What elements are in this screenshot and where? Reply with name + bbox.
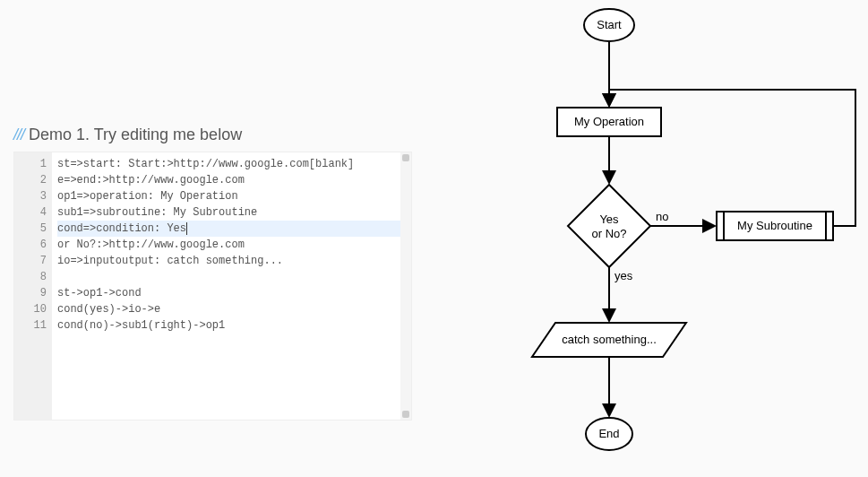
- line-gutter: 1234567891011: [14, 152, 52, 420]
- node-end-label: End: [598, 427, 619, 440]
- line-number: 5: [14, 221, 47, 237]
- edge-label-no: no: [656, 210, 668, 223]
- node-condition-line2: or No?: [591, 227, 626, 240]
- node-subroutine-label: My Subroutine: [737, 219, 812, 232]
- line-number: 4: [14, 204, 47, 221]
- code-line[interactable]: st->op1->cond: [57, 285, 411, 301]
- code-line[interactable]: cond(no)->sub1(right)->op1: [57, 317, 411, 334]
- code-line[interactable]: or No?:>http://www.google.com: [57, 237, 411, 253]
- line-number: 1: [14, 156, 47, 172]
- code-line[interactable]: cond=>condition: Yes: [57, 221, 411, 237]
- line-number: 6: [14, 237, 47, 253]
- node-subroutine[interactable]: My Subroutine: [717, 212, 833, 240]
- heading-slashes: ///: [13, 126, 24, 143]
- line-number: 11: [14, 317, 47, 334]
- line-number: 9: [14, 285, 47, 301]
- node-end[interactable]: End: [586, 418, 632, 450]
- code-line[interactable]: op1=>operation: My Operation: [57, 188, 411, 204]
- node-operation-label: My Operation: [574, 115, 644, 128]
- node-operation[interactable]: My Operation: [557, 108, 661, 136]
- line-number: 10: [14, 301, 47, 317]
- node-start-label: Start: [597, 18, 622, 31]
- node-io-label: catch something...: [562, 333, 657, 346]
- code-line[interactable]: io=>inputoutput: catch something...: [57, 253, 411, 269]
- code-editor[interactable]: 1234567891011 st=>start: Start:>http://w…: [13, 152, 412, 421]
- editor-scrollbar[interactable]: [400, 152, 411, 420]
- text-cursor: [186, 222, 187, 235]
- heading-text: Demo 1. Try editing me below: [29, 126, 242, 143]
- edge-label-yes: yes: [614, 269, 633, 282]
- node-start[interactable]: Start: [584, 9, 634, 41]
- scroll-down-icon[interactable]: [402, 411, 409, 418]
- node-condition[interactable]: Yes or No?: [568, 185, 650, 267]
- line-number: 8: [14, 269, 47, 285]
- editor-panel: /// Demo 1. Try editing me below 1234567…: [13, 126, 412, 421]
- node-condition-line1: Yes: [599, 212, 619, 226]
- code-line[interactable]: cond(yes)->io->e: [57, 301, 411, 317]
- flowchart-diagram: Start My Operation Yes or No? yes no My …: [430, 0, 868, 477]
- line-number: 3: [14, 188, 47, 204]
- scroll-up-icon[interactable]: [402, 154, 409, 161]
- line-number: 7: [14, 253, 47, 269]
- code-body[interactable]: st=>start: Start:>http://www.google.com[…: [52, 152, 411, 420]
- node-io[interactable]: catch something...: [532, 323, 686, 357]
- flowchart-svg: Start My Operation Yes or No? yes no My …: [430, 0, 868, 477]
- code-line[interactable]: e=>end:>http://www.google.com: [57, 172, 411, 188]
- code-line[interactable]: [57, 269, 411, 285]
- code-line[interactable]: sub1=>subroutine: My Subroutine: [57, 204, 411, 221]
- code-line[interactable]: st=>start: Start:>http://www.google.com[…: [57, 156, 411, 172]
- line-number: 2: [14, 172, 47, 188]
- demo-heading: /// Demo 1. Try editing me below: [13, 126, 412, 144]
